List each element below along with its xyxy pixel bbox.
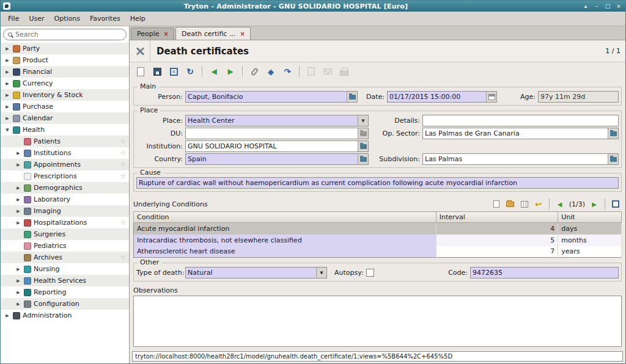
save-button[interactable] <box>150 64 164 79</box>
details-field[interactable] <box>422 115 619 126</box>
date-field[interactable]: 01/17/2015 15:00:00 <box>387 91 497 103</box>
search-box[interactable] <box>3 29 127 40</box>
expand-icon[interactable]: ▶ <box>4 58 10 63</box>
expand-icon[interactable]: ▶ <box>15 302 21 307</box>
expand-icon[interactable]: ▶ <box>15 186 21 191</box>
condition-row[interactable]: Atherosclerotic heart disease7years <box>134 246 622 258</box>
favorite-star-icon[interactable]: ☆ <box>120 138 126 145</box>
expand-icon[interactable]: ▶ <box>4 116 10 121</box>
sidebar-item-pediatrics[interactable]: Pediatrics <box>1 240 129 252</box>
observations-field[interactable] <box>133 296 622 347</box>
next-record-button[interactable] <box>223 64 238 79</box>
conditions-table-header[interactable]: ConditionIntervalUnit <box>134 212 622 223</box>
condition-row[interactable]: Intracardiac thrombosis, not elsewhere c… <box>134 235 622 246</box>
expand-icon[interactable]: ▶ <box>4 70 10 75</box>
sidebar-item-party[interactable]: ▶Party <box>1 43 129 54</box>
record-url[interactable]: tryton://localhost:8000/health28rc1/mode… <box>132 351 623 362</box>
expand-icon[interactable]: ▶ <box>15 220 21 225</box>
add-condition-button[interactable] <box>490 198 503 210</box>
expand-icon[interactable]: ▶ <box>15 151 21 156</box>
tab-close-icon[interactable]: × <box>164 31 169 37</box>
du-field[interactable] <box>185 128 369 139</box>
code-field[interactable]: 9472635 <box>470 267 619 278</box>
close-button[interactable]: × <box>614 3 623 9</box>
menu-options[interactable]: Options <box>50 13 85 24</box>
type-of-death-dropdown-button[interactable] <box>316 268 326 278</box>
favorite-star-icon[interactable]: ☆ <box>120 219 126 226</box>
condition-cell[interactable]: Intracardiac thrombosis, not elsewhere c… <box>134 235 436 246</box>
favorite-star-icon[interactable]: ☆ <box>120 254 126 261</box>
reload-button[interactable] <box>183 64 197 79</box>
favorite-star-icon[interactable]: ☆ <box>120 173 126 180</box>
expand-icon[interactable]: ▶ <box>15 197 21 202</box>
sidebar-item-currency[interactable]: ▶Currency <box>1 78 129 89</box>
op-sector-field[interactable]: Las Palmas de Gran Canaria <box>422 128 619 139</box>
sidebar-item-prescriptions[interactable]: Prescriptions☆ <box>1 170 129 182</box>
date-picker-button[interactable] <box>486 92 496 102</box>
condition-cell[interactable]: Atherosclerotic heart disease <box>134 246 436 258</box>
shade-button[interactable]: ▴ <box>581 3 590 9</box>
interval-cell[interactable]: 5 <box>436 235 558 246</box>
interval-cell[interactable]: 7 <box>436 246 558 258</box>
institution-search-button[interactable] <box>358 141 368 151</box>
country-field[interactable]: Spain <box>185 153 369 165</box>
collapse-icon[interactable]: ▼ <box>4 128 10 133</box>
favorite-star-icon[interactable]: ☆ <box>120 150 126 156</box>
sidebar-item-product[interactable]: ▶Product <box>1 54 129 66</box>
unit-cell[interactable]: months <box>558 235 622 246</box>
subdivision-field[interactable]: Las Palmas <box>422 153 619 165</box>
expand-icon[interactable]: ▶ <box>4 93 10 98</box>
sidebar-item-archives[interactable]: Archives☆ <box>1 252 129 263</box>
expand-icon[interactable]: ▶ <box>15 290 21 295</box>
sidebar-item-financial[interactable]: ▶Financial <box>1 66 129 78</box>
expand-icon[interactable]: ▶ <box>4 46 10 51</box>
switch-view-button[interactable] <box>166 64 181 79</box>
sidebar-item-patients[interactable]: Patients☆ <box>1 136 129 147</box>
sidebar-item-configuration[interactable]: ▶Configuration <box>1 298 129 310</box>
du-search-button[interactable] <box>358 128 368 139</box>
expand-button[interactable] <box>609 198 622 210</box>
sidebar-item-reporting[interactable]: ▶Reporting <box>1 286 129 298</box>
maximize-button[interactable]: □ <box>603 3 612 9</box>
sidebar-item-demographics[interactable]: ▶Demographics <box>1 182 129 194</box>
sidebar-item-nursing[interactable]: ▶Nursing <box>1 263 129 275</box>
sidebar-item-health[interactable]: ▼Health <box>1 124 129 136</box>
action-button[interactable] <box>263 64 278 79</box>
relate-button[interactable] <box>280 64 295 79</box>
tab-close-icon[interactable]: × <box>240 31 245 37</box>
expand-icon[interactable]: ▶ <box>15 162 21 167</box>
previous-record-button[interactable] <box>207 64 221 79</box>
sidebar-item-health-services[interactable]: ▶Health Services <box>1 275 129 286</box>
menu-favorites[interactable]: Favorites <box>85 13 125 24</box>
country-search-button[interactable] <box>358 154 368 164</box>
favorite-star-icon[interactable]: ☆ <box>120 161 126 168</box>
column-header-condition[interactable]: Condition <box>134 212 436 223</box>
sidebar-item-calendar[interactable]: ▶Calendar <box>1 112 129 124</box>
institution-field[interactable]: GNU SOLIDARIO HOSPITAL <box>185 140 369 152</box>
sidebar-item-institutions[interactable]: ▶Institutions☆ <box>1 147 129 159</box>
expand-icon[interactable]: ▶ <box>4 104 10 109</box>
person-field[interactable]: Caput, Bonifacio <box>185 91 358 103</box>
search-input[interactable] <box>15 31 122 38</box>
person-search-button[interactable] <box>347 92 357 102</box>
menu-help[interactable]: Help <box>125 13 150 24</box>
sidebar-item-purchase[interactable]: ▶Purchase <box>1 101 129 112</box>
expand-icon[interactable]: ▶ <box>15 278 21 283</box>
tab-people[interactable]: People× <box>131 27 174 40</box>
switch-row-view-button[interactable] <box>518 198 531 210</box>
sidebar-item-surgeries[interactable]: Surgeries <box>1 228 129 240</box>
interval-cell[interactable]: 4 <box>436 223 558 235</box>
next-condition-button[interactable] <box>588 198 600 210</box>
unit-cell[interactable]: years <box>558 246 622 258</box>
autopsy-checkbox[interactable] <box>366 269 374 277</box>
expand-icon[interactable]: ▶ <box>4 81 10 86</box>
tab-death-certific[interactable]: Death certific ...× <box>175 27 251 40</box>
type-of-death-field[interactable]: Natural <box>185 267 327 278</box>
undo-button[interactable] <box>532 198 545 210</box>
sidebar-item-laboratory[interactable]: ▶Laboratory <box>1 194 129 205</box>
column-header-interval[interactable]: Interval <box>436 212 558 223</box>
condition-cell[interactable]: Acute myocardial infarction <box>134 223 436 235</box>
expand-icon[interactable]: ▶ <box>15 267 21 272</box>
subdivision-search-button[interactable] <box>608 154 618 164</box>
expand-icon[interactable]: ▶ <box>15 209 21 214</box>
